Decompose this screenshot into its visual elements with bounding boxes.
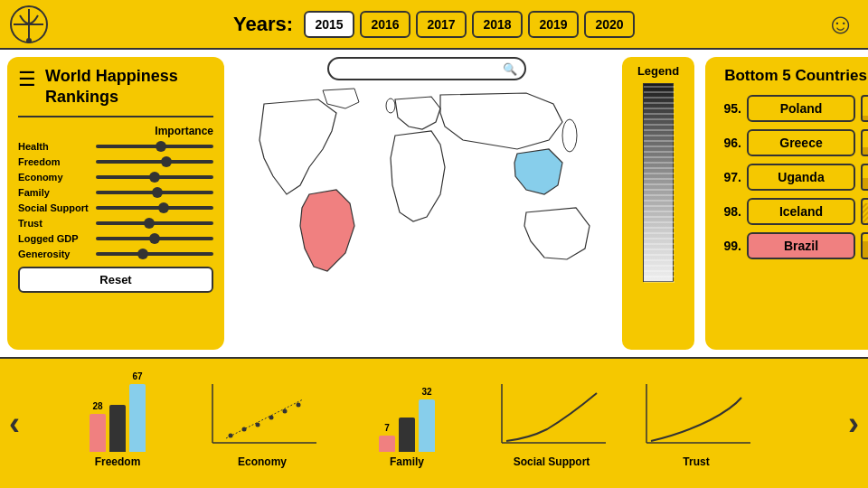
map-area: 🔍	[231, 50, 622, 357]
chart-freedom: 28 67 Freedom	[45, 380, 190, 468]
ranking-row-95: 95. Poland	[716, 95, 868, 122]
bar-freedom-1	[90, 414, 106, 452]
rank-bar-brazil	[861, 232, 868, 259]
slider-freedom: Freedom	[18, 156, 213, 167]
chart-social-support: Social Support	[479, 380, 624, 468]
legend-gradient	[643, 83, 674, 282]
rank-bar-greece	[861, 129, 868, 156]
logo-icon	[9, 5, 50, 45]
svg-rect-11	[863, 203, 868, 223]
freedom-bars: 28 67	[90, 380, 146, 452]
svg-point-19	[297, 402, 301, 407]
legend-panel: Legend	[622, 57, 694, 350]
ranking-row-96: 96. Greece	[716, 129, 868, 156]
svg-point-18	[283, 408, 288, 413]
year-btn-2018[interactable]: 2018	[472, 11, 523, 38]
year-btn-2020[interactable]: 2020	[584, 11, 635, 38]
top-bar: Years: 2015 2016 2017 2018 2019 2020 ☺	[0, 0, 868, 50]
bar-family-3	[419, 399, 435, 452]
rank-badge-greece[interactable]: Greece	[747, 129, 855, 156]
ranking-row-97: 97. Uganda	[716, 164, 868, 191]
chart-freedom-label: Freedom	[95, 455, 141, 468]
economy-scatter	[203, 380, 321, 452]
ranking-row-98: 98. Iceland	[716, 198, 868, 225]
left-panel: ☰ World Happiness Rankings Importance He…	[7, 57, 224, 350]
year-buttons: 2015 2016 2017 2018 2019 2020	[304, 11, 635, 38]
rank-badge-poland[interactable]: Poland	[747, 95, 855, 122]
bar-freedom-3	[129, 384, 146, 452]
rank-badge-uganda[interactable]: Uganda	[747, 164, 855, 191]
rank-bar-poland	[861, 95, 868, 122]
rank-bar-iceland	[861, 198, 868, 225]
chart-family: 7 32 Family	[335, 380, 479, 468]
rank-badge-brazil[interactable]: Brazil	[747, 232, 855, 259]
slider-health: Health	[18, 141, 213, 152]
slider-logged-gdp: Logged GDP	[18, 233, 213, 244]
svg-rect-9	[644, 84, 675, 283]
world-map[interactable]	[237, 86, 617, 303]
search-icon: 🔍	[503, 62, 517, 76]
right-panel: Bottom 5 Countries 95. Poland 96. Greece…	[705, 57, 868, 350]
year-btn-2017[interactable]: 2017	[416, 11, 467, 38]
ranking-row-99: 99. Brazil	[716, 232, 868, 259]
bottom-bar: ‹ 28 67 Freedom	[0, 357, 868, 488]
social-support-curve	[493, 380, 610, 452]
importance-label: Importance	[18, 125, 213, 137]
years-label: Years:	[233, 13, 293, 36]
chart-economy-label: Economy	[238, 455, 287, 468]
legend-title: Legend	[637, 64, 679, 78]
year-btn-2015[interactable]: 2015	[304, 11, 354, 38]
year-btn-2019[interactable]: 2019	[528, 11, 579, 38]
bar-family-2	[399, 418, 415, 452]
bar-freedom-2	[109, 405, 126, 452]
chart-family-label: Family	[390, 455, 424, 468]
nav-right-arrow[interactable]: ›	[848, 405, 859, 443]
chart-social-support-label: Social Support	[514, 455, 590, 468]
svg-line-20	[226, 399, 303, 438]
nav-left-arrow[interactable]: ‹	[9, 405, 20, 443]
bar-family-1	[379, 436, 395, 452]
chart-trust-label: Trust	[683, 455, 709, 468]
search-bar[interactable]: 🔍	[327, 57, 526, 80]
hamburger-icon[interactable]: ☰	[18, 68, 36, 91]
slider-social-support: Social Support	[18, 202, 213, 213]
svg-point-17	[269, 415, 274, 419]
panel-title: World Happiness Rankings	[45, 66, 213, 108]
slider-family: Family	[18, 187, 213, 198]
rank-badge-iceland[interactable]: Iceland	[747, 198, 855, 225]
year-btn-2016[interactable]: 2016	[360, 11, 410, 38]
svg-rect-5	[237, 86, 617, 303]
rank-bar-uganda	[861, 164, 868, 191]
chart-economy: Economy	[190, 380, 335, 468]
smiley-icon: ☺	[826, 7, 855, 41]
bottom5-title: Bottom 5 Countries	[716, 66, 868, 86]
slider-economy: Economy	[18, 172, 213, 183]
search-input[interactable]	[336, 62, 503, 75]
reset-button[interactable]: Reset	[18, 267, 213, 293]
svg-point-15	[242, 427, 247, 431]
family-bars: 7 32	[379, 380, 435, 452]
slider-trust: Trust	[18, 218, 213, 229]
chart-trust: Trust	[624, 380, 769, 468]
svg-point-3	[26, 38, 32, 43]
trust-curve	[637, 380, 755, 452]
slider-generosity: Generosity	[18, 249, 213, 259]
main-content: ☰ World Happiness Rankings Importance He…	[0, 50, 868, 357]
